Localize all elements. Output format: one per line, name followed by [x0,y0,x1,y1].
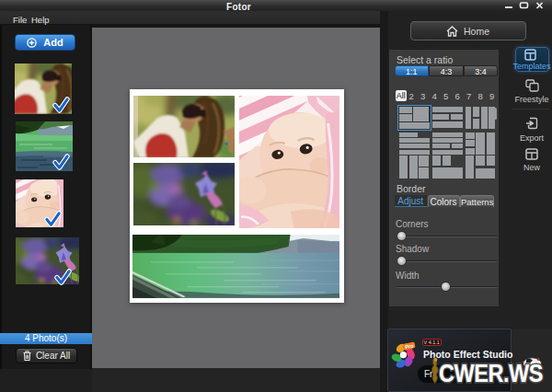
svg-text:CWER.WS: CWER.WS [439,359,543,386]
